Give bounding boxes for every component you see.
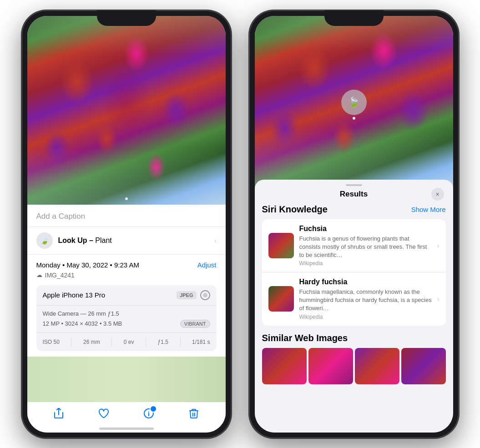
result-item-fuchsia[interactable]: Fuchsia Fuchsia is a genus of flowering … (262, 219, 446, 272)
hardy-fuchsia-thumbnail (268, 286, 294, 312)
camera-name: Apple iPhone 13 Pro (43, 291, 106, 299)
left-screen-content: Add a Caption 🍃 Look Up – Plant › (27, 16, 226, 433)
similar-image-2[interactable] (308, 348, 353, 384)
look-up-row[interactable]: 🍃 Look Up – Plant › (27, 227, 226, 255)
similar-section-title: Similar Web Images (262, 333, 348, 343)
adjust-button[interactable]: Adjust (197, 261, 217, 269)
hardy-fuchsia-chevron: › (437, 295, 440, 302)
info-button[interactable] (139, 403, 159, 423)
map-preview[interactable] (27, 357, 226, 402)
filename-text: IMG_4241 (45, 272, 75, 279)
fuchsia-thumbnail (268, 233, 294, 258)
fuchsia-text: Fuchsia Fuchsia is a genus of flowering … (299, 225, 432, 267)
aperture-value: ƒ1.5 (158, 339, 168, 345)
filename-row: ☁ IMG_4241 (36, 271, 217, 283)
look-up-text: Look Up – Plant (58, 237, 112, 245)
right-screen-content: 🍃 Results × (255, 16, 453, 433)
left-phone: Add a Caption 🍃 Look Up – Plant › (22, 10, 231, 438)
caption-input[interactable]: Add a Caption (27, 205, 226, 227)
similar-images-grid (262, 348, 446, 384)
photo-info-area: Add a Caption 🍃 Look Up – Plant › (27, 205, 226, 433)
exif-sep-2 (111, 337, 112, 347)
cloud-icon: ☁ (36, 272, 42, 278)
fuchsia-source: Wikipedia (299, 260, 432, 267)
shutter-value: 1/181 s (192, 339, 210, 345)
wide-camera-text: Wide Camera — 26 mm ƒ1.5 (43, 310, 210, 317)
vibrant-badge: VIBRANT (180, 320, 210, 328)
left-phone-screen: Add a Caption 🍃 Look Up – Plant › (27, 16, 226, 433)
lens-icon (200, 290, 210, 300)
hardy-fuchsia-description: Fuchsia magellanica, commonly known as t… (299, 288, 432, 313)
similar-image-1[interactable] (262, 348, 307, 384)
favorite-button[interactable] (94, 403, 114, 423)
specs-row: 12 MP • 3024 × 4032 • 3.5 MB VIBRANT (43, 320, 210, 328)
visual-search-icon: 🍃 (348, 96, 360, 108)
date-text: Monday • May 30, 2022 • 9:23 AM (36, 261, 139, 269)
similar-section-header: Similar Web Images (262, 333, 446, 343)
date-row: Monday • May 30, 2022 • 9:23 AM Adjust ☁… (27, 255, 226, 285)
look-up-chevron: › (214, 237, 217, 244)
look-up-label: Look Up – (58, 237, 93, 244)
page-indicator-dot (125, 197, 128, 200)
exif-sep-3 (146, 337, 146, 347)
camera-info-box: Apple iPhone 13 Pro JPEG Wide Camera — 2… (36, 285, 217, 351)
look-up-value: Plant (95, 237, 111, 244)
delete-button[interactable] (184, 403, 204, 423)
visual-search-button[interactable]: 🍃 (341, 90, 367, 115)
result-item-hardy-fuchsia[interactable]: Hardy fuchsia Fuchsia magellanica, commo… (262, 272, 446, 326)
siri-knowledge-title: Siri Knowledge (262, 204, 328, 215)
lens-inner (203, 293, 207, 297)
home-indicator-left (99, 428, 154, 430)
fuchsia-description: Fuchsia is a genus of flowering plants t… (299, 235, 432, 260)
similar-image-3[interactable] (355, 348, 399, 384)
fuchsia-chevron: › (437, 242, 440, 249)
results-panel: Results × Siri Knowledge Show More (255, 180, 453, 433)
fuchsia-name: Fuchsia (299, 225, 432, 233)
close-button[interactable]: × (431, 188, 444, 201)
siri-knowledge-card: Fuchsia Fuchsia is a genus of flowering … (262, 219, 446, 326)
siri-knowledge-header: Siri Knowledge Show More (262, 204, 446, 215)
look-up-icon: 🍃 (36, 232, 53, 249)
specs-text: 12 MP • 3024 × 4032 • 3.5 MB (43, 320, 122, 327)
similar-web-images-section: Similar Web Images (262, 333, 446, 384)
show-more-button[interactable]: Show More (411, 206, 446, 213)
right-phone-screen: 🍃 Results × (255, 16, 453, 433)
camera-badges: JPEG (177, 290, 210, 300)
visual-search-dot (353, 117, 355, 120)
right-phone-frame: 🍃 Results × (249, 10, 459, 438)
results-content[interactable]: Siri Knowledge Show More Fuchsia Fuchsia… (255, 204, 453, 433)
leaf-icon: 🍃 (40, 236, 49, 245)
iso-value: ISO 50 (43, 339, 60, 345)
exif-sep-1 (71, 337, 71, 347)
notch-right (324, 10, 384, 26)
similar-image-4[interactable] (401, 348, 446, 384)
camera-row-mid: Wide Camera — 26 mm ƒ1.5 12 MP • 3024 × … (36, 306, 217, 333)
exif-row: ISO 50 26 mm 0 ev ƒ1.5 1/181 s (36, 333, 217, 351)
jpeg-badge: JPEG (177, 291, 196, 299)
hardy-fuchsia-text: Hardy fuchsia Fuchsia magellanica, commo… (299, 278, 432, 320)
ev-value: 0 ev (124, 339, 134, 345)
left-phone-frame: Add a Caption 🍃 Look Up – Plant › (22, 10, 231, 438)
info-badge (150, 405, 157, 413)
camera-row-top: Apple iPhone 13 Pro JPEG (36, 285, 217, 306)
panel-handle[interactable] (346, 184, 362, 186)
flower-photo-left[interactable] (27, 16, 226, 205)
close-icon: × (435, 191, 439, 198)
exif-sep-4 (180, 337, 181, 347)
notch (97, 10, 156, 26)
bottom-toolbar (27, 403, 226, 423)
right-phone: 🍃 Results × (249, 10, 459, 438)
share-button[interactable] (49, 403, 69, 423)
hardy-fuchsia-name: Hardy fuchsia (299, 278, 432, 286)
flower-photo-right[interactable]: 🍃 (255, 16, 453, 189)
results-title: Results (340, 190, 368, 199)
results-header: Results × (255, 190, 453, 204)
hardy-fuchsia-source: Wikipedia (299, 314, 432, 320)
focal-value: 26 mm (83, 339, 100, 345)
